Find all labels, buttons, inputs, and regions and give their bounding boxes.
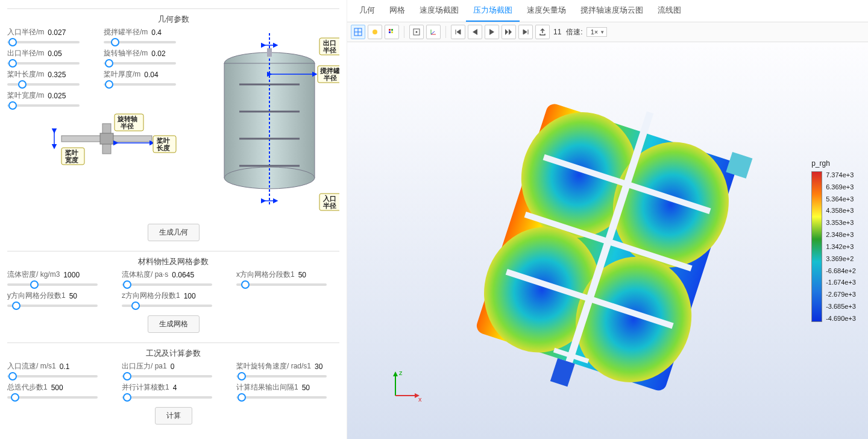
tab-pressure-slice[interactable]: 压力场截图 [466,0,520,22]
tab-velocity-slice[interactable]: 速度场截图 [412,0,466,22]
axes-toggle-icon[interactable] [426,25,441,39]
svg-text:半径: 半径 [322,202,336,209]
legend-colorbar [811,171,822,322]
nx-label: x方向网格分段数1 [236,270,295,280]
svg-rect-41 [389,31,391,33]
out-int-label: 计算结果输出间隔1 [236,382,298,393]
blade-th-label: 桨叶厚度/m [104,69,140,80]
blade-th-slider[interactable] [104,83,176,86]
svg-text:宽度: 宽度 [65,156,78,163]
pressure-viewport[interactable]: p_rgh 7.374e+3 6.369e+3 5.364e+3 4.358e+… [347,42,868,439]
legend-title: p_rgh [811,159,856,168]
viscosity-label: 流体粘度/ pa·s [122,270,168,280]
inlet-r-slider[interactable] [7,41,80,43]
svg-rect-18 [267,48,272,57]
section-geometry-title: 几何参数 [7,8,339,27]
tab-streamlines[interactable]: 流线图 [650,0,688,22]
tank-r-value: 0.4 [151,28,162,37]
density-value: 1000 [63,271,80,279]
tab-geometry[interactable]: 几何 [352,0,382,22]
first-frame-icon[interactable] [451,25,465,39]
nz-value: 100 [184,292,196,300]
prev-frame-icon[interactable] [468,25,482,39]
section-material-title: 材料物性及网格参数 [7,251,339,270]
blade-len-slider[interactable] [7,83,80,86]
omega-value: 30 [315,362,322,371]
iters-label: 总迭代步数1 [7,382,48,393]
outlet-r-slider[interactable] [7,62,80,65]
frame-number: 11 [552,28,562,36]
tank-r-label: 搅拌罐半径/m [104,27,148,37]
nx-value: 50 [298,271,306,279]
tank-r-slider[interactable] [104,41,176,43]
svg-line-47 [431,31,435,34]
last-frame-icon[interactable] [518,25,533,39]
blade-diagram: 桨叶宽度 旋转轴半径 桨叶长度 [7,112,188,172]
tab-shaft-velocity-contour[interactable]: 搅拌轴速度场云图 [573,0,650,22]
out-int-slider[interactable] [236,396,327,399]
light-icon[interactable] [368,25,382,39]
ny-value: 50 [69,292,77,300]
out-p-value: 0 [171,362,175,371]
nz-label: z方向网格分段数1 [122,291,180,301]
viscosity-slider[interactable] [122,283,212,286]
inlet-r-label: 入口半径/m [7,27,44,37]
svg-text:x: x [418,396,422,403]
iters-value: 500 [51,384,63,392]
view-cube-icon[interactable] [351,25,365,39]
outlet-r-value: 0.05 [48,49,61,58]
fit-icon[interactable] [409,25,424,39]
palette-icon[interactable] [385,25,399,39]
inlet-v-slider[interactable] [7,375,98,377]
density-slider[interactable] [7,283,98,286]
cores-label: 并行计算核数1 [122,382,169,393]
out-int-value: 50 [302,384,310,392]
svg-text:桨叶: 桨叶 [156,137,170,144]
compute-button[interactable]: 计算 [155,407,192,425]
iters-slider[interactable] [7,396,98,399]
play-icon[interactable] [485,25,499,39]
nz-slider[interactable] [122,305,212,307]
blade-th-value: 0.04 [144,71,158,79]
out-p-slider[interactable] [122,375,212,377]
pressure-contour [420,78,793,416]
nx-slider[interactable] [236,283,327,286]
svg-text:搅拌罐: 搅拌罐 [319,67,339,74]
svg-rect-2 [100,133,113,144]
svg-rect-39 [389,29,391,31]
viewer-toolbar: 11 倍速: 1× [347,22,868,42]
svg-text:半径: 半径 [323,74,337,81]
generate-geometry-button[interactable]: 生成几何 [148,224,200,241]
next-frame-icon[interactable] [502,25,516,39]
svg-text:半径: 半径 [322,46,336,54]
ny-slider[interactable] [7,305,98,307]
svg-rect-42 [391,31,393,33]
omega-label: 桨叶旋转角速度/ rad/s1 [236,361,311,371]
density-label: 流体密度/ kg/m3 [7,270,60,280]
cores-slider[interactable] [122,396,212,399]
left-panel: 几何参数 入口半径/m 0.027 搅拌罐半径/m [0,0,347,439]
generate-mesh-button[interactable]: 生成网格 [148,315,200,333]
inlet-v-label: 入口流速/ m/s1 [7,361,56,371]
outlet-r-label: 出口半径/m [7,48,44,58]
shaft-r-slider[interactable] [104,62,176,65]
svg-rect-40 [391,29,393,31]
viscosity-value: 0.0645 [172,271,194,279]
svg-marker-61 [393,371,398,376]
svg-text:出口: 出口 [323,39,336,46]
tab-velocity-vectors[interactable]: 速度矢量场 [520,0,573,22]
result-tabs: 几何 网格 速度场截图 压力场截图 速度矢量场 搅拌轴速度场云图 流线图 [347,0,868,22]
export-icon[interactable] [535,25,550,39]
tab-mesh[interactable]: 网格 [382,0,412,22]
tank-diagram: 出口半径 搅拌罐半径 入口半径 [206,27,339,220]
blade-w-label: 桨叶宽度/m [7,90,44,101]
speed-select[interactable]: 1× [587,27,608,37]
omega-slider[interactable] [236,375,327,377]
section-case-title: 工况及计算参数 [7,343,339,361]
blade-w-slider[interactable] [7,104,80,107]
svg-text:长度: 长度 [156,144,170,151]
blade-len-label: 桨叶长度/m [7,69,44,80]
out-p-label: 出口压力/ pa1 [122,361,167,371]
right-panel: 几何 网格 速度场截图 压力场截图 速度矢量场 搅拌轴速度场云图 流线图 11 … [347,0,868,439]
inlet-v-value: 0.1 [60,362,70,371]
